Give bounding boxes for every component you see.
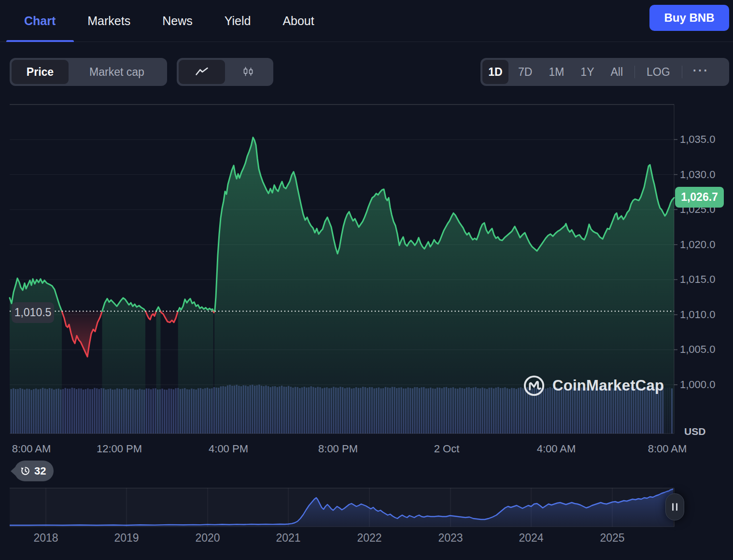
bnb-chart-page: Chart Markets News Yield About Buy BNB P…	[0, 0, 733, 560]
navigator-year-label: 2024	[519, 532, 543, 545]
y-axis-label: 1,030.0	[680, 168, 715, 181]
history-count: 32	[34, 465, 46, 477]
x-axis-label: 12:00 PM	[97, 443, 142, 455]
x-axis-label: 8:00 AM	[648, 443, 687, 455]
current-price-badge: 1,026.7	[675, 187, 724, 208]
navigator-year-label: 2023	[438, 532, 463, 545]
y-axis-label: 1,010.0	[680, 308, 715, 321]
coinmarketcap-logo-icon	[522, 374, 546, 397]
previous-close-label: 1,010.5	[12, 302, 54, 323]
price-chart-canvas[interactable]	[0, 0, 733, 560]
navigator-year-label: 2022	[357, 532, 381, 545]
history-clock-icon	[20, 466, 30, 476]
x-axis-label: 2 Oct	[434, 443, 460, 455]
y-axis-label: 1,000.0	[680, 378, 715, 391]
navigator-year-label: 2018	[33, 532, 58, 545]
navigator-year-label: 2019	[114, 532, 139, 545]
coinmarketcap-watermark: CoinMarketCap	[522, 374, 664, 397]
y-axis-label: 1,005.0	[680, 343, 715, 356]
navigator-handle[interactable]	[665, 493, 684, 520]
history-badge[interactable]: 32	[14, 461, 54, 481]
y-axis-label: 1,035.0	[680, 133, 715, 146]
navigator-year-label: 2025	[600, 532, 624, 545]
x-axis-label: 4:00 AM	[537, 443, 576, 455]
watermark-text: CoinMarketCap	[552, 377, 664, 394]
x-axis-label: 8:00 AM	[12, 443, 51, 455]
navigator-year-label: 2021	[276, 532, 300, 545]
usd-unit-label: USD	[684, 426, 705, 437]
y-axis-label: 1,015.0	[680, 273, 715, 286]
x-axis-label: 8:00 PM	[318, 443, 358, 455]
navigator-year-label: 2020	[195, 532, 220, 545]
x-axis-label: 4:00 PM	[209, 443, 248, 455]
y-axis-label: 1,020.0	[680, 238, 715, 251]
